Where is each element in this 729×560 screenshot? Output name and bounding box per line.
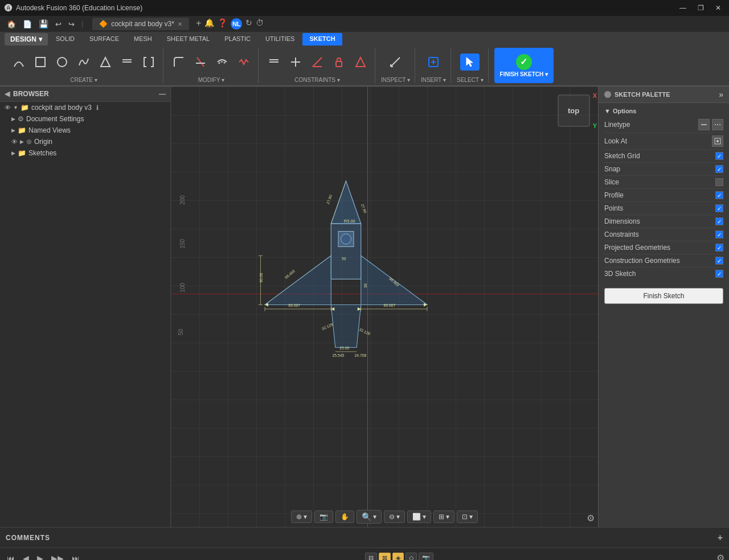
undo-icon[interactable]: ↩: [53, 19, 64, 30]
add-comment-btn[interactable]: +: [718, 533, 723, 543]
linetype-dashed-btn[interactable]: [712, 119, 723, 130]
timeline-camera-icon[interactable]: 📷: [419, 553, 433, 560]
redo-icon[interactable]: ↪: [66, 19, 77, 30]
ribbon-tab-surface[interactable]: SURFACE: [83, 33, 126, 46]
3d-sketch-checkbox[interactable]: [715, 270, 723, 278]
browser-back-btn[interactable]: ◀: [5, 90, 10, 98]
canvas-view-btn[interactable]: ⊡ ▾: [457, 510, 478, 523]
browser-item-origin[interactable]: 👁 ▶ ⊕ Origin: [0, 136, 170, 147]
browser-origin-eye[interactable]: 👁: [11, 138, 18, 145]
timeline-keyframe3-icon[interactable]: ◇: [406, 553, 417, 560]
home-icon[interactable]: 🏠: [5, 19, 18, 30]
3d-sketch-label: 3D Sketch: [604, 270, 636, 278]
help-icon[interactable]: ❓: [218, 18, 227, 30]
canvas-display-btn[interactable]: ⬜ ▾: [407, 510, 431, 523]
create-bracket-btn[interactable]: [139, 53, 158, 71]
construction-geo-checkbox[interactable]: [715, 257, 723, 265]
lookat-btn[interactable]: [712, 135, 723, 147]
settings-btn[interactable]: ⚙: [587, 513, 595, 524]
constraint-horiz-btn[interactable]: [264, 53, 284, 71]
timeline-btn-play[interactable]: ▶: [35, 553, 46, 561]
timeline-keyframe2-icon[interactable]: ◈: [392, 553, 404, 560]
create-line-btn[interactable]: [117, 53, 137, 71]
ribbon-tab-sheet-metal[interactable]: SHEET METAL: [160, 33, 216, 46]
canvas[interactable]: 200 150 100 50 R: [171, 87, 598, 527]
close-btn[interactable]: ✕: [712, 3, 724, 13]
slice-checkbox[interactable]: [715, 178, 723, 186]
add-tab-btn[interactable]: +: [196, 18, 201, 30]
ribbon-tab-plastic[interactable]: PLASTIC: [218, 33, 257, 46]
ribbon-group-create: CREATE ▾: [5, 48, 163, 83]
constraints-checkbox[interactable]: [715, 230, 723, 238]
canvas-grid-btn[interactable]: ⊞ ▾: [433, 510, 454, 523]
browser-item-root[interactable]: 👁 ▼ 📁 cockpit and body v3 ℹ: [0, 102, 170, 113]
canvas-zoom-fit-btn[interactable]: ⊖ ▾: [384, 510, 405, 523]
points-checkbox[interactable]: [715, 204, 723, 212]
browser-root-info-btn[interactable]: ℹ: [96, 104, 99, 112]
tab-close-btn[interactable]: ✕: [178, 21, 182, 27]
timeline-keyframe-icon[interactable]: ⊠: [379, 553, 391, 560]
save-icon[interactable]: 💾: [36, 18, 51, 30]
updates-icon[interactable]: ↻: [245, 18, 252, 30]
browser-item-doc-settings[interactable]: ▶ ⚙ Document Settings: [0, 113, 170, 125]
timeline-frame-icon[interactable]: ⊟: [365, 553, 377, 560]
insert-btn[interactable]: [424, 53, 443, 71]
sketch-grid-checkbox[interactable]: [715, 152, 723, 160]
create-spline-btn[interactable]: [74, 53, 93, 71]
snap-checkbox[interactable]: [715, 165, 723, 173]
browser-item-named-views[interactable]: ▶ 📁 Named Views: [0, 125, 170, 136]
restore-btn[interactable]: ❐: [694, 3, 707, 13]
modify-offset-btn[interactable]: [212, 53, 232, 71]
minimize-btn[interactable]: —: [676, 3, 690, 13]
canvas-pivot-btn[interactable]: ⊕ ▾: [291, 510, 312, 523]
inspect-measure-btn[interactable]: [386, 53, 405, 71]
timeline-btn-prev[interactable]: ◀: [21, 553, 31, 561]
projected-geo-checkbox[interactable]: [715, 244, 723, 252]
notification-icon[interactable]: 🔔: [204, 18, 214, 30]
create-arc-btn[interactable]: [9, 53, 28, 71]
ribbon-tab-solid[interactable]: SOLID: [49, 33, 81, 46]
timeline-settings-btn[interactable]: ⚙: [716, 553, 724, 560]
new-file-icon[interactable]: 📄: [21, 19, 34, 30]
modify-trim-btn[interactable]: [191, 53, 210, 71]
constraint-sym-btn[interactable]: [351, 53, 370, 71]
constraint-angle-btn[interactable]: [308, 53, 327, 71]
linetype-controls: [698, 119, 723, 130]
canvas-pan-btn[interactable]: ✋: [335, 510, 354, 523]
browser-root-eye[interactable]: 👁: [5, 104, 11, 111]
modify-zigzag-btn[interactable]: [234, 53, 253, 71]
finish-sketch-ribbon-btn[interactable]: ✓ FINISH SKETCH ▾: [494, 48, 554, 83]
modify-fillet-btn[interactable]: [169, 53, 189, 71]
title-bar-controls[interactable]: — ❐ ✕: [676, 3, 724, 13]
svg-text:24.708: 24.708: [355, 353, 367, 357]
design-button[interactable]: DESIGN ▾: [5, 33, 48, 46]
account-icon[interactable]: NL: [231, 18, 242, 30]
constraints-label: CONSTRAINTS ▾: [294, 77, 339, 83]
timeline-btn-start[interactable]: ⏮: [5, 553, 17, 561]
ribbon-tab-sketch[interactable]: SKETCH: [302, 33, 342, 46]
browser-root-arrow[interactable]: ▼: [13, 105, 18, 110]
palette-expand-btn[interactable]: »: [719, 90, 723, 99]
zoom-fit-chevron: ▾: [396, 513, 400, 521]
browser-item-sketches[interactable]: ▶ 📁 Sketches: [0, 147, 170, 159]
create-triangle-btn[interactable]: [96, 53, 115, 71]
constraint-line-btn[interactable]: [286, 53, 305, 71]
browser-collapse-btn[interactable]: —: [159, 90, 166, 98]
view-cube[interactable]: top Y X: [555, 92, 592, 129]
history-icon[interactable]: ⏱: [256, 18, 264, 30]
main-tab[interactable]: 🔶 cockpit and body v3* ✕: [92, 18, 189, 30]
ribbon-tab-utilities[interactable]: UTILITIES: [259, 33, 301, 46]
canvas-zoom-btn[interactable]: 🔍 ▾: [357, 510, 382, 524]
ribbon-tab-mesh[interactable]: MESH: [127, 33, 159, 46]
linetype-solid-btn[interactable]: [698, 119, 710, 130]
timeline-btn-end[interactable]: ⏭: [69, 553, 82, 561]
constraint-lock-btn[interactable]: [329, 53, 349, 71]
timeline-btn-next[interactable]: ▶▶: [49, 553, 66, 561]
create-rect-btn[interactable]: [31, 53, 50, 71]
canvas-camera-btn[interactable]: 📷: [314, 510, 333, 523]
select-btn[interactable]: [460, 53, 480, 71]
finish-sketch-palette-btn[interactable]: Finish Sketch: [604, 288, 723, 304]
create-circle-btn[interactable]: [52, 53, 72, 71]
dimensions-checkbox[interactable]: [715, 217, 723, 225]
profile-checkbox[interactable]: [715, 191, 723, 199]
